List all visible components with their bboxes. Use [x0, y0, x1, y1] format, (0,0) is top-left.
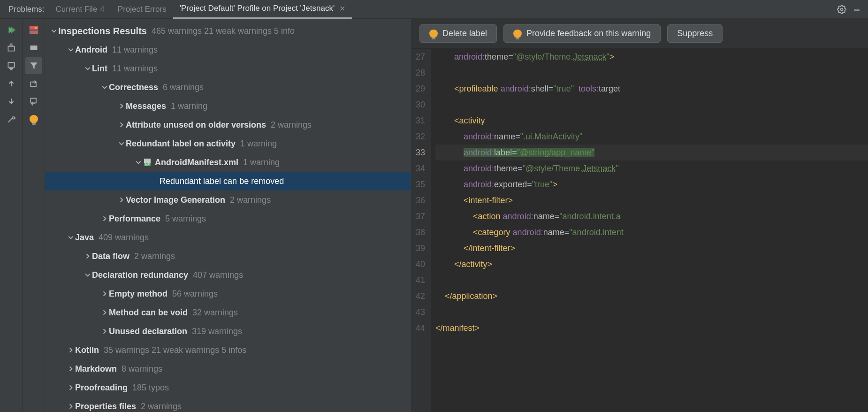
intention-bulb-icon[interactable]	[25, 111, 42, 128]
toolbar-column-2	[23, 19, 45, 412]
tree-node[interactable]: Attribute unused on older versions2 warn…	[45, 115, 411, 134]
svg-rect-2	[8, 46, 14, 51]
tree-node[interactable]: Markdown8 warnings	[45, 359, 411, 378]
svg-rect-6	[30, 31, 33, 34]
rerun-icon[interactable]	[3, 22, 20, 38]
line-gutter: 272829303132333435363738394041424344	[411, 49, 431, 412]
code-body[interactable]: android:theme="@style/Theme.Jetsnack"> <…	[431, 49, 868, 412]
panel-title: Problems:	[4, 5, 49, 14]
code-line[interactable]	[435, 304, 868, 320]
next-occurrence-icon[interactable]	[3, 93, 20, 110]
tree-node[interactable]: Data flow2 warnings	[45, 247, 411, 266]
expand-all-icon[interactable]	[3, 39, 20, 56]
suppress-button[interactable]: Suppress	[667, 24, 723, 43]
tree-node[interactable]: Lint11 warnings	[45, 59, 411, 78]
svg-rect-4	[30, 27, 33, 30]
filter-icon[interactable]	[25, 57, 42, 74]
bulb-icon	[513, 30, 522, 38]
import-icon[interactable]	[25, 93, 42, 110]
code-line[interactable]: </intent-filter>	[435, 240, 868, 256]
provide-feedback-button[interactable]: Provide feedback on this warning	[503, 24, 661, 43]
editor-pane: Delete label Provide feedback on this wa…	[411, 19, 868, 412]
code-line[interactable]: </application>	[435, 288, 868, 304]
manifest-file-icon: MF	[143, 158, 152, 167]
code-line[interactable]: </manifest>	[435, 320, 868, 336]
tree-node[interactable]: Properties files2 warnings	[45, 397, 411, 412]
tree-node[interactable]: Performance5 warnings	[45, 209, 411, 228]
tree-node[interactable]: Redundant label can be removed	[45, 172, 411, 191]
group-by-icon[interactable]	[25, 22, 42, 38]
tree-node[interactable]: Method can be void32 warnings	[45, 303, 411, 322]
minimize-icon[interactable]	[850, 3, 863, 16]
settings-wrench-icon[interactable]	[3, 111, 20, 128]
tab[interactable]: 'Project Default' Profile on Project 'Je…	[173, 0, 352, 19]
view-mode-icon[interactable]	[25, 39, 42, 56]
svg-rect-3	[8, 62, 14, 67]
tree-node[interactable]: Unused declaration319 warnings	[45, 322, 411, 341]
tree-node[interactable]: Vector Image Generation2 warnings	[45, 191, 411, 209]
tree-node[interactable]: Declaration redundancy407 warnings	[45, 266, 411, 284]
tree-node[interactable]: Empty method56 warnings	[45, 284, 411, 303]
tab[interactable]: Current File4	[49, 0, 111, 19]
code-line[interactable]: android:name=".ui.MainActivity"	[435, 129, 868, 145]
tree-node[interactable]: Messages1 warning	[45, 97, 411, 115]
svg-rect-7	[34, 31, 37, 34]
toolbar-column-1	[0, 19, 23, 412]
collapse-all-icon[interactable]	[3, 57, 20, 74]
prev-occurrence-icon[interactable]	[3, 75, 20, 92]
delete-label-button[interactable]: Delete label	[419, 24, 497, 43]
svg-rect-10	[30, 98, 36, 103]
tree-node[interactable]: Correctness6 warnings	[45, 78, 411, 97]
inspections-tree[interactable]: Inspections Results465 warnings 21 weak …	[45, 19, 411, 412]
svg-point-0	[841, 8, 843, 10]
tree-node[interactable]: Android11 warnings	[45, 40, 411, 59]
code-line[interactable]	[435, 65, 868, 81]
code-line[interactable]: <category android:name="android.intent	[435, 224, 868, 240]
tree-node[interactable]: Java409 warnings	[45, 228, 411, 247]
tree-node[interactable]: Proofreading185 typos	[45, 378, 411, 397]
code-line[interactable]: <intent-filter>	[435, 192, 868, 208]
code-line[interactable]: <action android:name="android.intent.a	[435, 208, 868, 224]
quickfix-action-bar: Delete label Provide feedback on this wa…	[411, 19, 868, 49]
code-line[interactable]	[435, 97, 868, 113]
tree-root[interactable]: Inspections Results465 warnings 21 weak …	[45, 22, 411, 40]
code-line[interactable]: android:theme="@style/Theme.Jetsnack">	[435, 49, 868, 65]
tree-node[interactable]: MFAndroidManifest.xml1 warning	[45, 153, 411, 172]
export-icon[interactable]	[25, 75, 42, 92]
code-line[interactable]: </activity>	[435, 256, 868, 272]
close-icon[interactable]: ✕	[339, 4, 345, 13]
tab[interactable]: Project Errors	[111, 0, 173, 19]
code-line[interactable]: <profileable android:shell="true" tools:…	[435, 81, 868, 97]
code-line[interactable]: android:exported="true">	[435, 176, 868, 192]
svg-rect-8	[30, 46, 37, 50]
code-line[interactable]: android:label="@string/app_name"	[435, 145, 868, 160]
problems-header: Problems: Current File4Project Errors'Pr…	[0, 0, 868, 19]
gear-icon[interactable]	[835, 3, 848, 16]
svg-rect-5	[34, 27, 37, 30]
svg-text:MF: MF	[145, 163, 150, 166]
code-line[interactable]: android:theme="@style/Theme.Jetsnack"	[435, 160, 868, 176]
tree-node[interactable]: Redundant label on activity1 warning	[45, 134, 411, 153]
tab-bar: Current File4Project Errors'Project Defa…	[49, 0, 352, 19]
code-preview[interactable]: 272829303132333435363738394041424344 and…	[411, 49, 868, 412]
tree-node[interactable]: Kotlin35 warnings 21 weak warnings 5 inf…	[45, 341, 411, 359]
code-line[interactable]: <activity	[435, 113, 868, 129]
bulb-icon	[429, 30, 438, 38]
code-line[interactable]	[435, 272, 868, 288]
